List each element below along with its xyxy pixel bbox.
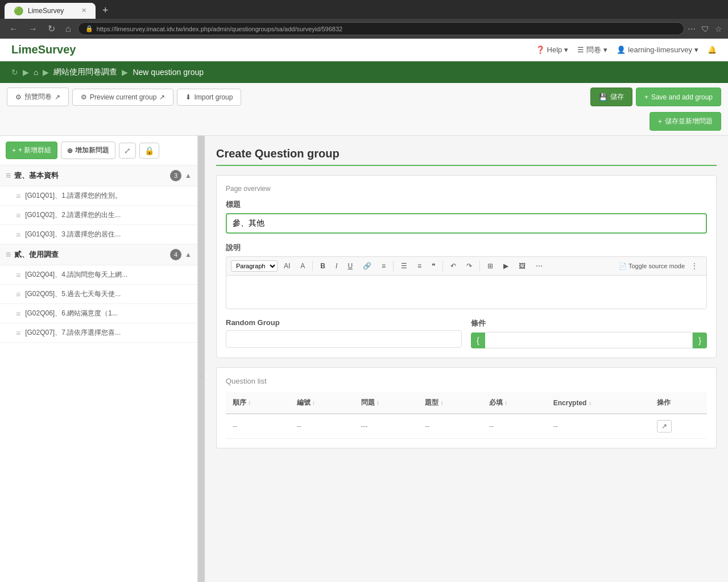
list-item[interactable]: ≡ [G01Q02]、2.請選擇您的出生... — [0, 206, 197, 225]
more-btn[interactable]: ⋯ — [688, 24, 696, 34]
preview-group-btn[interactable]: ⚙ Preview current group ↗ — [72, 89, 173, 106]
question-text: [G02Q06]、6.網站滿意度（1... — [25, 309, 192, 318]
group-header-2[interactable]: ≡ 貳、使用調查 4 ▲ — [0, 244, 197, 265]
tab-close-btn[interactable]: ✕ — [81, 7, 86, 14]
refresh-btn[interactable]: ↻ — [44, 22, 59, 35]
condition-row: { } — [471, 332, 707, 348]
breadcrumb-survey-link[interactable]: 網站使用問卷調查 — [53, 67, 117, 77]
font-color-btn[interactable]: A — [296, 260, 309, 272]
lock-btn[interactable]: 🔒 — [139, 143, 159, 159]
active-tab[interactable]: 🟢 LimeSurvey ✕ — [5, 3, 96, 19]
sort-icon: ↕ — [248, 400, 251, 406]
col-encrypted[interactable]: Encrypted ↕ — [547, 392, 650, 414]
font-size-btn[interactable]: AI — [280, 260, 294, 272]
condition-input[interactable] — [485, 332, 693, 348]
paragraph-select[interactable]: Paragraph — [231, 260, 278, 272]
col-type[interactable]: 題型 ↕ — [418, 392, 482, 414]
list-item[interactable]: ≡ [G02Q07]、7.請依序選擇您喜... — [0, 323, 197, 343]
breadcrumb-arrow-2: ▶ — [43, 68, 49, 77]
list-item[interactable]: ≡ [G02Q05]、5.過去七天每天使... — [0, 285, 197, 304]
col-question[interactable]: 問題 ↕ — [354, 392, 419, 414]
list-item[interactable]: ≡ [G02Q04]、4.請詢問您每天上網... — [0, 265, 197, 285]
save-icon: 💾 — [599, 93, 607, 101]
save-btn[interactable]: 💾 儲存 — [590, 88, 632, 106]
link-btn[interactable]: 🔗 — [359, 260, 375, 272]
list-item[interactable]: ≡ [G01Q01]、1.請選擇您的性別。 — [0, 186, 197, 206]
italic-btn[interactable]: I — [332, 260, 341, 272]
gear-icon: ⚙ — [15, 93, 22, 101]
list-ol-btn[interactable]: ≡ — [413, 260, 425, 272]
group-1-chevron-icon: ▲ — [185, 172, 192, 180]
list-ul-btn[interactable]: ☰ — [397, 260, 411, 272]
cell-required: -- — [482, 414, 547, 439]
drag-handle-icon: ≡ — [16, 192, 20, 201]
random-group-input[interactable] — [226, 330, 462, 348]
col-required[interactable]: 必填 ↕ — [482, 392, 547, 414]
user-btn[interactable]: 👤 learning-limesurvey ▾ — [617, 45, 698, 54]
underline-btn[interactable]: U — [344, 260, 357, 272]
col-code[interactable]: 編號 ↕ — [290, 392, 354, 414]
add-group-icon: + — [12, 147, 16, 155]
collapse-divider[interactable]: · — [198, 136, 205, 582]
home-btn[interactable]: ⌂ — [62, 23, 75, 35]
toggle-source-btn[interactable]: 📄 Toggle source mode — [619, 263, 685, 270]
add-group-btn[interactable]: + + 新增群組 — [6, 142, 57, 159]
table-row: -- -- --- -- -- -- ↗ — [226, 414, 707, 439]
undo-btn[interactable]: ↶ — [446, 260, 460, 272]
preview-survey-label: 預覽問卷 — [24, 92, 52, 102]
col-action: 操作 — [650, 392, 707, 414]
breadcrumb-arrow-3: ▶ — [122, 68, 128, 77]
form-row-2: Random Group 條件 { } — [226, 318, 707, 348]
cell-encrypted: -- — [547, 414, 650, 439]
bold-btn[interactable]: B — [316, 260, 329, 272]
import-group-btn[interactable]: ⬇ Import group — [177, 89, 241, 106]
sort-icon: ↕ — [504, 400, 507, 406]
toolbar-divider-3 — [442, 261, 443, 271]
align-btn[interactable]: ≡ — [378, 260, 390, 272]
help-btn[interactable]: ❓ Help ▾ — [536, 45, 569, 54]
app-header: LimeSurvey ❓ Help ▾ ☰ 問卷 ▾ 👤 learning-li… — [0, 39, 728, 61]
list-item[interactable]: ≡ [G01Q03]、3.請選擇您的居住... — [0, 225, 197, 244]
form-card: Page overview 標題 說明 Paragraph AI A — [216, 175, 717, 358]
new-tab-btn[interactable]: + — [98, 2, 113, 19]
save-add-group-btn[interactable]: + Save and add group — [636, 88, 721, 106]
user-chevron-icon: ▾ — [694, 45, 698, 54]
media-btn[interactable]: ▶ — [499, 260, 512, 272]
tab-title: LimeSurvey — [28, 7, 64, 15]
user-icon: 👤 — [617, 45, 626, 54]
notification-btn[interactable]: 🔔 — [708, 45, 717, 54]
expand-btn[interactable]: ⤢ — [119, 143, 136, 159]
forward-btn[interactable]: → — [25, 23, 41, 35]
title-label: 標題 — [226, 199, 707, 210]
url-bar[interactable]: 🔒 https://limesurvey.imacat.idv.tw/index… — [78, 22, 684, 35]
description-editor[interactable] — [226, 275, 707, 309]
question-table: 順序 ↕ 編號 ↕ 問題 ↕ — [226, 392, 707, 439]
more-btn[interactable]: ⋯ — [532, 260, 547, 272]
group-1-questions: ≡ [G01Q01]、1.請選擇您的性別。 ≡ [G01Q02]、2.請選擇您的… — [0, 186, 197, 244]
list-item[interactable]: ≡ [G02Q06]、6.網站滿意度（1... — [0, 304, 197, 323]
lock-icon: 🔒 — [85, 25, 93, 32]
cell-type: -- — [418, 414, 482, 439]
survey-btn[interactable]: ☰ 問卷 ▾ — [577, 45, 607, 55]
breadcrumb: ↻ ▶ ⌂ ▶ 網站使用問卷調查 ▶ New question group — [0, 61, 728, 83]
star-icon[interactable]: ☆ — [715, 24, 722, 34]
external-link-icon-2: ↗ — [159, 93, 165, 101]
sort-icon: ↕ — [312, 400, 315, 406]
title-input[interactable] — [226, 213, 707, 234]
table-btn[interactable]: ⊞ — [483, 260, 497, 272]
redo-btn[interactable]: ↷ — [462, 260, 476, 272]
toolbar: ⚙ 預覽問卷 ↗ ⚙ Preview current group ↗ ⬇ Imp… — [0, 83, 728, 136]
image-btn[interactable]: 🖼 — [515, 260, 530, 272]
cell-action: ↗ — [650, 414, 707, 439]
preview-survey-btn[interactable]: ⚙ 預覽問卷 ↗ — [7, 88, 69, 106]
row-action-btn[interactable]: ↗ — [657, 420, 672, 433]
back-btn[interactable]: ← — [6, 23, 22, 35]
quote-btn[interactable]: ❝ — [428, 260, 439, 272]
add-question-btn[interactable]: ⊕ 增加新問題 — [61, 142, 115, 159]
col-order[interactable]: 順序 ↕ — [226, 392, 290, 414]
menu-btn[interactable]: ⋮ — [687, 260, 702, 272]
save-add-question-btn[interactable]: + 儲存並新增問題 — [650, 112, 721, 131]
breadcrumb-home-link[interactable]: ⌂ — [34, 68, 38, 77]
group-header-1[interactable]: ≡ 壹、基本資料 3 ▲ — [0, 165, 197, 186]
condition-label: 條件 — [471, 318, 707, 329]
